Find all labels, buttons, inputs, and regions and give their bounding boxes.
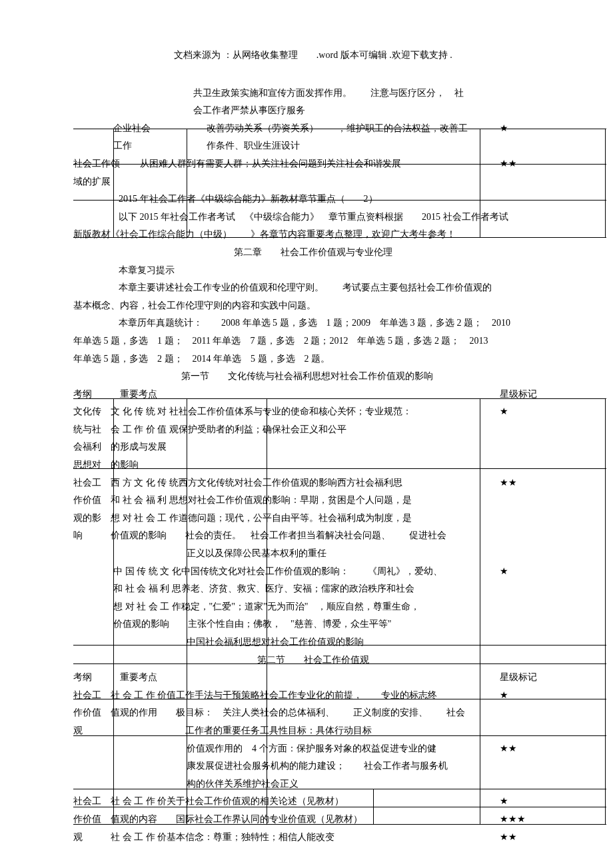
table-row: 社会工 社 会 工 作 价值工作手法与干预策略社会工作专业化的前提， 专业的标志…	[73, 687, 553, 705]
table-row: 文化传 文 化 传 统 对 社社会工作价值体系与专业的使命和核心关怀；专业规范：…	[73, 403, 553, 421]
th-points: 重要考点	[120, 669, 500, 687]
table-row: 观的影 想 对 社 会 工 作道德问题；现代，公平自由平等。社会福利成为制度，是	[73, 510, 553, 528]
cell: 康发展促进社会服务机构的能力建设； 社会工作者与服务机	[73, 757, 553, 775]
table-row: 工作 作条件、职业生涯设计	[73, 137, 553, 155]
cell: 统与社 会 工 作 价 值 观保护受助者的利益；确保社会正义和公平	[73, 421, 553, 439]
star-rating: ★	[500, 403, 553, 421]
table-row: 社会工 社 会 工 作 价关于社会工作价值观的相关论述（见教材）★	[73, 793, 553, 811]
body-text: 新版教材《社会工作综合能力（中级） 》各章节内容重要考点整理，欢迎广大考生参考！	[73, 226, 553, 244]
cell-mid: 从困难人群到有需要人群；从关注社会问题到关注社会和谐发展	[140, 155, 500, 173]
cell: 想 对 社 会 工 作稳定，"仁爱"；道家"无为而治" ，顺应自然，尊重生命，	[73, 598, 553, 616]
table-row: 响 价值观的影响 社会的责任。 社会工作者担当着解决社会问题、 促进社会	[73, 527, 553, 545]
cell: 社会工 社 会 工 作 价关于社会工作价值观的相关论述（见教材）	[73, 793, 500, 811]
table-row: 社会工 西 方 文 化 传 统西方文化传统对社会工作价值观的影响西方社会福利思★…	[73, 474, 553, 492]
cell: 价值观作用的 4 个方面：保护服务对象的权益促进专业的健	[73, 740, 500, 758]
cell: 中 国 传 统 文 化中国传统文化对社会工作价值观的影响： 《周礼》，爱幼、	[73, 563, 500, 581]
cell: 观 工作者的重要任务工具性目标：具体行动目标	[73, 722, 553, 740]
table-row: 正义以及保障公民基本权利的重任	[73, 545, 553, 563]
chapter-title: 第二章 社会工作价值观与专业伦理	[73, 244, 553, 262]
cell: 作价值 值观的作用 极目标： 关注人类社会的总体福利、 正义制度的安排、 社会	[73, 704, 553, 722]
star-rating: ★★	[500, 829, 553, 847]
section-title: 第一节 文化传统与社会福利思想对社会工作价值观的影响	[73, 368, 553, 386]
star-rating: ★	[500, 687, 553, 705]
cell: 社会工 社 会 工 作 价值工作手法与干预策略社会工作专业化的前提， 专业的标志…	[73, 687, 500, 705]
cell: 中国社会福利思想对社会工作价值观的影响	[73, 634, 553, 651]
cell: 社会工 西 方 文 化 传 统西方文化传统对社会工作价值观的影响西方社会福利思	[73, 474, 500, 492]
table-row: 构的伙伴关系维护社会正义	[73, 775, 553, 793]
cell: 响 价值观的影响 社会的责任。 社会工作者担当着解决社会问题、 促进社会	[73, 527, 553, 545]
cell-left: 企业社会	[73, 120, 207, 138]
table-header: 考纲 重要考点 星级标记	[73, 669, 553, 687]
table-row: 中国社会福利思想对社会工作价值观的影响	[73, 634, 553, 651]
cell: 文化传 文 化 传 统 对 社社会工作价值体系与专业的使命和核心关怀；专业规范：	[73, 403, 500, 421]
body-text: 会工作者严禁从事医疗服务	[73, 102, 553, 120]
body-text: 以下 2015 年社会工作者考试 《中级综合能力》 章节重点资料根据 2015 …	[73, 209, 553, 226]
table-row: 价值观的影响 主张个性自由；佛教， "慈善、博爱，众生平等"	[73, 616, 553, 634]
cell-left: 域的扩展	[73, 173, 140, 191]
cell: 和 社 会 福 利 思养老、济贫、救灾、医疗、安福；儒家的政治秩序和社会	[73, 580, 553, 598]
cell: 思想对 的影响	[73, 456, 553, 474]
star-rating: ★	[500, 563, 553, 581]
section-heading: 2015 年社会工作者《中级综合能力》新教材章节重点（ 2）	[73, 191, 553, 209]
body-text: 本章主要讲述社会工作专业的价值观和伦理守则。 考试要点主要包括社会工作价值观的	[73, 279, 553, 297]
th-outline: 考纲	[73, 386, 120, 404]
cell: 正义以及保障公民基本权利的重任	[73, 545, 553, 563]
table-row: 作价值 值观的作用 极目标： 关注人类社会的总体福利、 正义制度的安排、 社会	[73, 704, 553, 722]
table-row: 统与社 会 工 作 价 值 观保护受助者的利益；确保社会正义和公平	[73, 421, 553, 439]
th-stars: 星级标记	[500, 669, 553, 687]
table-row: 观 工作者的重要任务工具性目标：具体行动目标	[73, 722, 553, 740]
section-title: 第二节 社会工作价值观	[73, 651, 553, 669]
star-rating: ★	[500, 793, 553, 811]
th-stars: 星级标记	[500, 386, 553, 404]
body-text: 本章历年真题统计： 2008 年单选 5 题，多选 1 题；2009 年单选 3…	[73, 314, 553, 332]
table-row: 和 社 会 福 利 思养老、济贫、救灾、医疗、安福；儒家的政治秩序和社会	[73, 580, 553, 598]
cell: 观的影 想 对 社 会 工 作道德问题；现代，公平自由平等。社会福利成为制度，是	[73, 510, 553, 528]
table-row: 观 社 会 工 作 价基本信念：尊重；独特性；相信人能改变★★	[73, 829, 553, 847]
body-text: 基本概念、内容，社会工作伦理守则的内容和实践中问题。	[73, 297, 553, 315]
cell-left: 社会工作领	[73, 155, 140, 173]
table-row: 会福利 的形成与发展	[73, 438, 553, 456]
cell: 作价值 值观的内容 国际社会工作界认同的专业价值观（见教材）	[73, 811, 500, 829]
th-outline: 考纲	[73, 669, 120, 687]
table-row: 企业社会 改善劳动关系（劳资关系） ，维护职工的合法权益，改善工 ★	[73, 120, 553, 138]
table-row: 价值观作用的 4 个方面：保护服务对象的权益促进专业的健★★	[73, 740, 553, 758]
star-rating: ★	[500, 120, 553, 138]
table-row: 思想对 的影响	[73, 456, 553, 474]
body-text: 年单选 5 题，多选 2 题； 2014 年单选 5 题，多选 2 题。	[73, 350, 553, 368]
cell: 构的伙伴关系维护社会正义	[73, 775, 553, 793]
table-row: 中 国 传 统 文 化中国传统文化对社会工作价值观的影响： 《周礼》，爱幼、★	[73, 563, 553, 581]
star-rating: ★★	[500, 740, 553, 758]
table-row: 社会工作领 从困难人群到有需要人群；从关注社会问题到关注社会和谐发展 ★★	[73, 155, 553, 173]
cell-mid: 改善劳动关系（劳资关系） ，维护职工的合法权益，改善工	[207, 120, 500, 138]
cell: 作价值 和 社 会 福 利 思想对社会工作价值观的影响：早期，贫困是个人问题，是	[73, 492, 553, 510]
table-row: 域的扩展	[73, 173, 553, 191]
star-rating: ★★	[500, 155, 553, 173]
star-rating: ★★	[500, 474, 553, 492]
table-row: 作价值 值观的内容 国际社会工作界认同的专业价值观（见教材）★★★	[73, 811, 553, 829]
table-row: 作价值 和 社 会 福 利 思想对社会工作价值观的影响：早期，贫困是个人问题，是	[73, 492, 553, 510]
star-rating: ★★★	[500, 811, 553, 829]
table-row: 康发展促进社会服务机构的能力建设； 社会工作者与服务机	[73, 757, 553, 775]
body-text: 年单选 5 题，多选 1 题； 2011 年单选 7 题，多选 2 题；2012…	[73, 332, 553, 350]
cell-left: 工作	[73, 137, 207, 155]
th-points: 重要考点	[120, 386, 500, 404]
cell: 会福利 的形成与发展	[73, 438, 553, 456]
page-header: 文档来源为 ：从网络收集整理 .word 版本可编辑 .欢迎下载支持 .	[73, 47, 553, 65]
cell-mid: 作条件、职业生涯设计	[207, 137, 500, 155]
cell: 观 社 会 工 作 价基本信念：尊重；独特性；相信人能改变	[73, 829, 500, 847]
table-header: 考纲 重要考点 星级标记	[73, 386, 553, 404]
table-row: 想 对 社 会 工 作稳定，"仁爱"；道家"无为而治" ，顺应自然，尊重生命，	[73, 598, 553, 616]
body-text: 共卫生政策实施和宣传方面发挥作用。 注意与医疗区分， 社	[73, 85, 553, 103]
cell: 价值观的影响 主张个性自由；佛教， "慈善、博爱，众生平等"	[73, 616, 553, 634]
subheading: 本章复习提示	[73, 262, 553, 280]
